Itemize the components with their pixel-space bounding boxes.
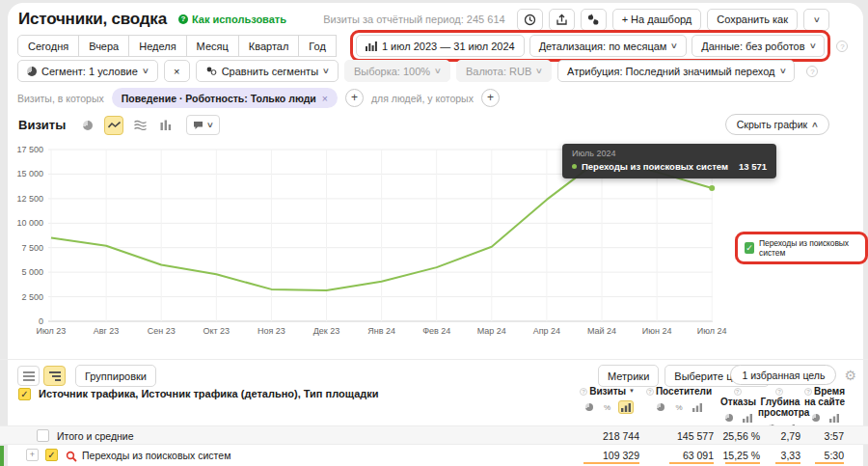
legend-checkbox[interactable]: ✓ [745,242,754,254]
metric-bars-toggle[interactable] [740,411,755,425]
info-icon: ? [836,41,848,52]
column-header-time[interactable]: ?Время на сайте [803,386,846,425]
row-checkbox[interactable]: ✓ [45,449,58,461]
chart-metric-label: Визиты [18,118,66,132]
line-chart-icon [108,121,121,130]
mini-bars-icon [366,41,377,51]
metric-bars-toggle[interactable] [618,400,634,414]
help-icon: ? [580,388,587,396]
bars-icon [692,403,702,412]
chart-type-area-button[interactable] [130,116,149,135]
cell-visitors: 145 577 [644,430,714,442]
metric-bars-toggle[interactable] [690,400,705,414]
compare-segments-dropdown[interactable]: Сравнить сегменты∨ [196,60,339,82]
grouping-checkbox[interactable]: ✓ [18,388,31,400]
period-tab-year[interactable]: Год [298,35,337,57]
metrika-sources-summary-page: Источники, сводка ? Как использовать Виз… [0,0,868,466]
groupings-button[interactable]: Группировки [75,365,156,387]
value-bar [815,462,844,464]
chevron-down-icon: ∨ [808,41,816,50]
chevron-down-icon: ∨ [670,41,678,50]
period-tab-today[interactable]: Сегодня [17,35,79,57]
period-tab-quarter[interactable]: Квартал [238,35,300,57]
filter-chip-robots[interactable]: Поведение · Роботность: Только люди× [112,88,338,108]
period-tab-week[interactable]: Неделя [128,35,186,57]
comment-bubble-icon [193,121,203,130]
add-people-filter-button[interactable]: + [481,89,500,107]
expand-row-button[interactable]: + [26,449,39,461]
how-to-use-link[interactable]: ? Как использовать [178,14,286,25]
table-row-search-traffic[interactable]: + ✓ Переходы из поисковых систем 109 329… [0,446,868,466]
chart-annotations-dropdown[interactable]: ∨ [186,115,220,135]
table-row-totals[interactable]: ✓ Итого и средние 218 744 145 577 25,56 … [0,425,868,445]
pie-icon [725,414,733,422]
chart-type-line-button[interactable] [104,116,123,135]
save-as-menu-button[interactable]: ∨ [803,9,829,31]
metric-pie-toggle[interactable] [653,400,668,414]
sampling-dropdown[interactable]: Выборка: 100%∨ [344,60,450,82]
chevron-down-icon: ∨ [535,67,543,75]
add-to-dashboard-button[interactable]: + На дашборд [612,9,702,31]
metric-percent-toggle[interactable]: % [671,400,687,414]
svg-text:Фев 24: Фев 24 [422,326,450,336]
export-button[interactable] [549,9,575,31]
two-drops-icon [586,14,600,26]
row-label: Итого и средние [57,430,134,442]
column-header-visitors[interactable]: ?Посетители % [644,386,714,414]
svg-text:Сен 23: Сен 23 [148,326,176,336]
attribution-dropdown[interactable]: Атрибуция: Последний значимый переход∨ [557,60,795,82]
cell-time: 3:57 [803,430,844,442]
metric-percent-toggle[interactable]: % [600,400,615,414]
view-list-button[interactable] [17,366,40,386]
metric-pie-toggle[interactable] [808,411,824,425]
remove-filter-icon[interactable]: × [322,93,328,104]
favorite-goal-badge[interactable]: 1 избранная цель [730,365,836,385]
sort-desc-icon: ▼ [629,388,635,394]
period-tab-month[interactable]: Месяц [186,35,239,57]
history-button[interactable] [517,9,543,31]
visits-period-counter: Визиты за отчётный период: 245 614 [323,14,504,25]
metric-bars-toggle[interactable] [827,411,842,425]
compare-periods-button[interactable] [581,9,607,31]
gear-icon[interactable]: ⚙ [844,368,856,383]
series-dot-icon [572,164,577,169]
metric-pie-toggle[interactable] [721,411,737,425]
chart-tooltip: Июль 2024 Переходы из поисковых систем 1… [562,144,776,178]
metric-pie-toggle[interactable] [582,400,597,414]
tree-view-icon [49,371,61,381]
svg-text:Июн 24: Июн 24 [642,326,672,336]
chart-type-columns-button[interactable] [156,116,176,135]
svg-text:Июл 23: Июл 23 [37,326,67,336]
segment-dropdown[interactable]: Сегмент: 1 условие∨ [17,60,158,82]
data-mode-dropdown[interactable]: Данные: без роботов∨ [692,35,825,57]
value-bar [775,462,800,464]
row-label[interactable]: Переходы из поисковых систем [82,450,231,461]
period-tab-yesterday[interactable]: Вчера [78,35,129,57]
add-visit-filter-button[interactable]: + [345,89,364,107]
row-checkbox[interactable]: ✓ [37,429,49,442]
help-icon: ? [646,388,654,396]
chevron-down-icon: ∨ [206,121,214,129]
currency-dropdown[interactable]: Валюта: RUB∨ [456,60,552,82]
column-header-visits[interactable]: ?Визиты ▼ % [575,386,639,414]
view-tree-button[interactable] [43,366,66,386]
bars-icon [621,403,631,412]
pie-icon [657,403,665,411]
column-header-bounces[interactable]: ?Отказы [717,386,760,425]
save-as-button[interactable]: Сохранить как [707,9,798,31]
clear-segment-button[interactable]: × [164,60,190,82]
chart-type-pie-button[interactable] [78,116,97,135]
date-range-button[interactable]: 1 июл 2023 — 31 июл 2024 [356,35,525,57]
cell-visitors: 63 091 [644,450,714,461]
detail-dropdown[interactable]: Детализация: по месяцам∨ [529,35,688,57]
section-divider [0,359,868,360]
page-title: Источники, сводка [18,10,167,29]
hide-chart-button[interactable]: Скрыть график∨ [725,114,829,135]
chevron-up-icon: ∨ [811,121,819,129]
svg-text:Окт 23: Окт 23 [203,326,230,336]
metrics-button[interactable]: Метрики [598,365,659,387]
annotation-highlight-date-controls: 1 июл 2023 — 31 июл 2024 Детализация: по… [350,30,831,62]
segment-pie-icon [27,67,37,76]
grouping-title: Источник трафика, Источник трафика (дета… [39,388,379,399]
pie-chart-icon [83,121,93,130]
